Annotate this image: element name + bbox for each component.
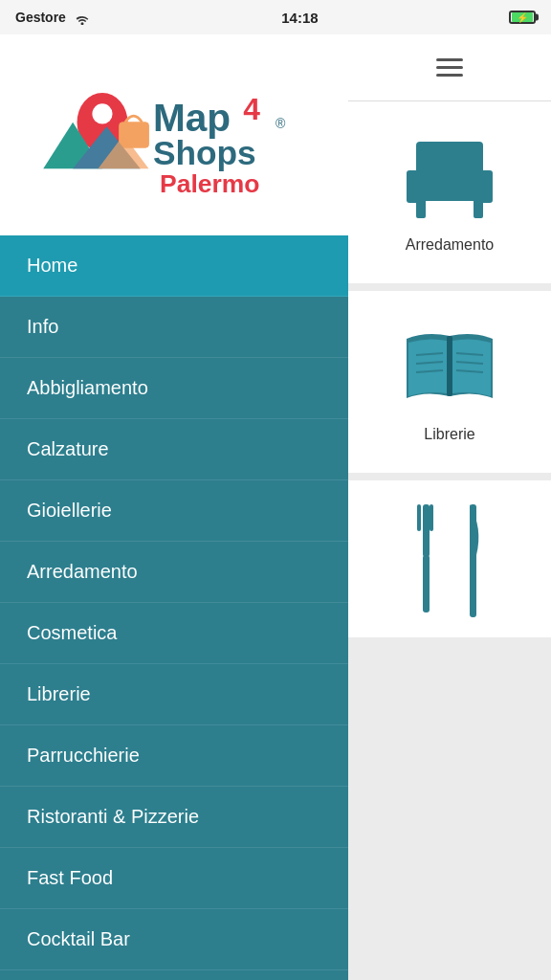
svg-rect-15 [477,170,493,203]
card-arredamento[interactable]: Arredamento [348,101,551,283]
app-container: Map 4 Shops ® Palermo Home Info [0,34,551,980]
svg-rect-25 [423,504,430,557]
svg-rect-28 [423,555,430,612]
right-header [348,34,551,101]
sidebar-item-info[interactable]: Info [0,297,348,358]
category-cards: Arredamento [348,101,551,980]
right-panel: Arredamento [348,34,551,980]
sidebar-item-cosmetica[interactable]: Cosmetica [0,603,348,664]
svg-rect-17 [474,199,483,218]
svg-rect-27 [430,504,433,531]
nav-list: Home Info Abbigliamento Calzature Gioiel… [0,235,348,980]
sidebar-item-home[interactable]: Home [0,235,348,297]
sidebar-item-cocktailbar[interactable]: Cocktail Bar [0,909,348,970]
sidebar-item-calzature[interactable]: Calzature [0,419,348,480]
sidebar: Map 4 Shops ® Palermo Home Info [0,34,348,980]
hamburger-line-1 [436,58,463,61]
hamburger-line-3 [436,74,463,77]
sidebar-item-gioiellerie[interactable]: Gioiellerie [0,480,348,542]
card-food[interactable] [348,480,551,637]
sidebar-item-abbigliamento[interactable]: Abbigliamento [0,358,348,419]
sidebar-item-librerie[interactable]: Librerie [0,664,348,725]
logo-svg: Map 4 Shops ® Palermo [31,58,318,212]
svg-text:4: 4 [243,92,260,126]
status-bar: Gestore 14:18 ⚡ [0,0,551,34]
food-icon [402,500,497,628]
logo-area: Map 4 Shops ® Palermo [0,34,348,235]
time-display: 14:18 [281,10,318,26]
card-librerie-label: Librerie [424,426,474,443]
svg-point-1 [92,103,112,123]
svg-text:Map: Map [153,96,231,140]
svg-rect-12 [416,142,483,182]
svg-rect-26 [417,504,421,531]
furniture-icon [397,132,502,227]
hamburger-line-2 [436,66,463,69]
svg-rect-14 [407,170,422,203]
book-icon [397,322,502,416]
svg-text:Shops: Shops [153,134,256,171]
sidebar-item-parrucchierie[interactable]: Parrucchierie [0,725,348,787]
logo: Map 4 Shops ® Palermo [31,58,318,212]
battery-icon: ⚡ [509,11,536,24]
card-arredamento-label: Arredamento [406,236,495,254]
sidebar-item-arredamento[interactable]: Arredamento [0,542,348,603]
svg-rect-18 [447,336,452,396]
svg-rect-16 [416,199,426,218]
svg-text:Palermo: Palermo [160,169,259,198]
carrier-label: Gestore [15,10,91,25]
card-librerie[interactable]: Librerie [348,291,551,473]
svg-text:®: ® [276,116,286,131]
hamburger-button[interactable] [436,58,463,77]
sidebar-item-bar[interactable]: Bar [0,970,348,980]
sidebar-item-ristoranti[interactable]: Ristoranti & Pizzerie [0,787,348,848]
sidebar-item-fastfood[interactable]: Fast Food [0,848,348,909]
battery-area: ⚡ [509,11,536,24]
wifi-icon [74,11,91,25]
